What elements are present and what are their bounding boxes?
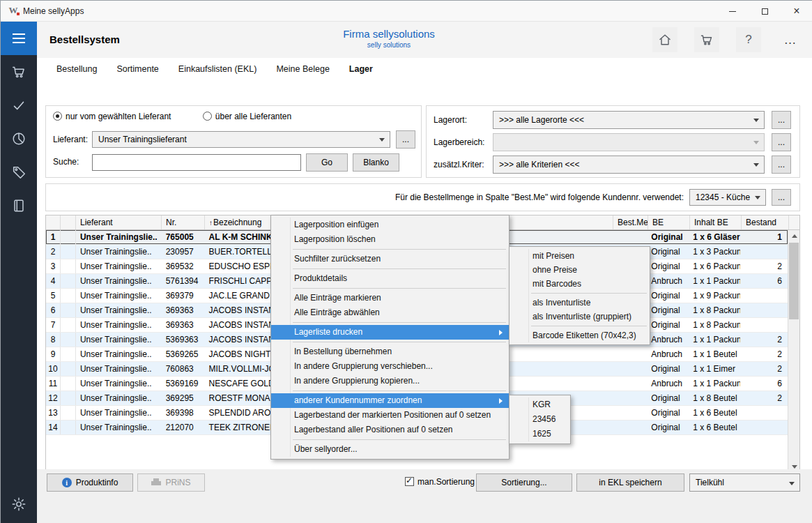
tab-bestellung[interactable]: Bestellung (56, 64, 97, 74)
radio-selected-supplier[interactable]: nur vom gewählten Lieferant (53, 112, 171, 121)
radio-all-suppliers[interactable]: über alle Lieferanten (203, 112, 291, 121)
cell-inhalt_be: 1 x 1 Packung (689, 377, 740, 391)
menu-separator (531, 293, 647, 294)
cell-bestand: 2 (740, 362, 788, 376)
menu-item[interactable]: Alle Einträge markieren (271, 291, 509, 305)
menu-separator (293, 391, 506, 391)
menu-item[interactable]: mit Barcodes (510, 277, 650, 291)
pie-chart-icon (11, 131, 26, 146)
menu-item[interactable]: anderer Kundennummer zuordnen (271, 393, 509, 408)
window-title: Meine sellyApps (23, 6, 84, 16)
cell-bestand: 6 (740, 377, 788, 391)
cell-be: Anbruch (647, 347, 689, 361)
column-header-nr[interactable]: Nr. (162, 215, 205, 229)
search-input[interactable] (92, 154, 301, 171)
cell-lieferant: Unser Trainingslie.. (76, 303, 162, 317)
ekl-speichern-button[interactable]: in EKL speichern (576, 473, 684, 492)
menu-item[interactable]: Lagerposition einfügen (271, 218, 509, 232)
column-header-bestand[interactable]: Bestand (742, 215, 789, 229)
menu-item[interactable]: 1625 (510, 427, 570, 441)
tab-meine-belege[interactable]: Meine Belege (276, 64, 329, 74)
menu-item[interactable]: 23456 (510, 412, 570, 427)
go-button[interactable]: Go (306, 153, 348, 172)
cell-nr: 369295 (162, 391, 205, 405)
customer-number-more-button[interactable]: ... (772, 189, 791, 206)
lieferant-more-button[interactable]: ... (396, 130, 415, 149)
lagerbereich-more-button[interactable]: ... (772, 133, 791, 151)
menu-item[interactable]: Lagerposition löschen (271, 232, 509, 247)
sidebar-item-labels[interactable] (1, 156, 37, 189)
menu-item[interactable]: In andere Gruppierung verschieben... (271, 359, 509, 374)
column-header-inhalt_be[interactable]: Inhalt BE (690, 215, 742, 229)
customer-number-select[interactable]: 12345 - Küche (689, 189, 766, 206)
cell-num: 1 (46, 230, 61, 244)
vertical-scrollbar[interactable] (788, 230, 799, 473)
sidebar-item-orders[interactable] (1, 55, 37, 89)
cell-nr: 5761394 (162, 274, 205, 288)
cell-inhalt_be: 1 x 1 Eimer (689, 362, 740, 376)
menu-item[interactable]: Alle Einträge abwählen (271, 305, 509, 320)
chevron-down-icon (753, 163, 759, 167)
menu-item[interactable]: als Inventurliste (510, 296, 650, 310)
menu-item[interactable]: Lagerbestand aller Positionen auf 0 setz… (271, 423, 509, 437)
tielkuehl-select[interactable]: Tielkühl (689, 473, 800, 492)
menu-item[interactable]: Lagerbestand der markierten Positionen a… (271, 408, 509, 423)
cell-marker (61, 391, 76, 405)
lieferant-select[interactable]: Unser Trainingslieferant (92, 131, 390, 148)
sortierung-button[interactable]: Sortierung... (476, 473, 572, 492)
menu-item[interactable]: Suchfilter zurücksetzen (271, 252, 509, 266)
menu-item[interactable]: Barcode Etiketten (70x42,3) (510, 328, 650, 342)
column-header-be[interactable]: BE (648, 215, 690, 229)
menu-item[interactable]: Produktdetails (271, 271, 509, 286)
lagerort-select[interactable]: >>> alle Lagerorte <<< (493, 111, 765, 129)
sidebar-item-statistics[interactable] (1, 122, 37, 156)
menu-item[interactable]: KGR (510, 397, 570, 412)
tab-einkaufslisten-ekl[interactable]: Einkaufslisten (EKL) (178, 64, 257, 74)
menu-toggle-button[interactable] (1, 22, 37, 55)
cell-marker (61, 289, 76, 303)
lagerort-more-button[interactable]: ... (772, 111, 791, 129)
column-header-num[interactable] (46, 215, 61, 229)
produktinfo-button[interactable]: i Produktinfo (47, 473, 133, 492)
kriterien-more-button[interactable]: ... (772, 156, 791, 174)
home-button[interactable] (652, 27, 677, 52)
menu-item[interactable]: In andere Gruppierung kopieren... (271, 374, 509, 388)
customer-bar-text: Für die Bestellmenge in Spalte "Best.Me"… (395, 192, 684, 202)
chevron-down-icon (789, 482, 795, 485)
submenu-arrow-icon (499, 330, 503, 335)
cell-be: Anbruch (647, 333, 689, 347)
sidebar-item-tasks[interactable] (1, 89, 37, 122)
minimize-button[interactable] (717, 1, 749, 22)
tab-sortimente[interactable]: Sortimente (116, 64, 158, 74)
menu-item[interactable]: In Bestellung übernehmen (271, 344, 509, 359)
menu-item[interactable]: Über sellyorder... (271, 442, 509, 457)
cell-be: Original (647, 230, 689, 244)
menu-separator (293, 249, 506, 250)
column-header-best_me[interactable]: Best.Me (613, 215, 648, 229)
sidebar-item-settings[interactable] (1, 487, 37, 521)
menu-item[interactable]: mit Preisen (510, 249, 650, 263)
vertical-scroll-thumb[interactable] (789, 243, 799, 319)
scroll-up-button[interactable] (788, 230, 800, 242)
maximize-button[interactable] (749, 1, 781, 22)
close-button[interactable]: × (781, 1, 812, 22)
suche-label: Suche: (53, 153, 79, 170)
cell-inhalt_be: 1 x 6 Packungen (689, 259, 740, 273)
blanko-button[interactable]: Blanko (353, 153, 399, 172)
man-sortierung-option[interactable]: man.Sortierung (405, 477, 475, 487)
column-header-lieferant[interactable]: Lieferant (76, 215, 162, 229)
man-sortierung-checkbox[interactable] (405, 477, 414, 486)
column-header-marker[interactable] (61, 215, 76, 229)
menu-item[interactable]: Lagerliste drucken (271, 325, 509, 340)
sidebar-item-catalog[interactable] (1, 189, 37, 222)
cell-lieferant: Unser Trainingslie.. (76, 347, 162, 361)
tab-lager[interactable]: Lager (349, 64, 373, 74)
menu-item[interactable]: ohne Preise (510, 263, 650, 277)
kriterien-select[interactable]: >>> alle Kriterien <<< (493, 156, 765, 174)
menu-item[interactable]: als Inventurliste (gruppiert) (510, 310, 650, 324)
cart-button[interactable] (694, 27, 719, 52)
help-button[interactable]: ? (736, 27, 761, 52)
more-options-button[interactable]: … (778, 27, 803, 52)
tag-icon (11, 165, 26, 180)
radio-on-icon (53, 112, 62, 121)
